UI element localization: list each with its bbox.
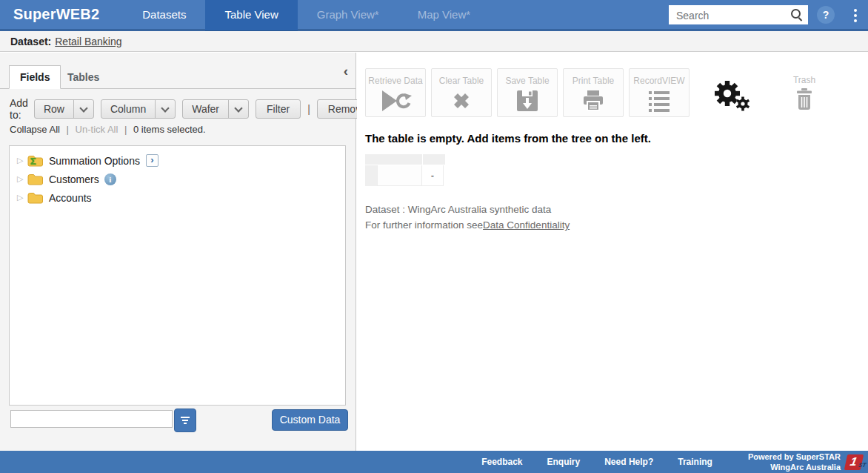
row-dropdown-label: Row: [35, 100, 73, 118]
filter-button[interactable]: Filter: [256, 99, 301, 119]
items-selected-text: 0 items selected.: [133, 124, 206, 135]
wafer-dropdown-label: Wafer: [183, 100, 228, 118]
dataset-link[interactable]: Retail Banking: [55, 36, 121, 47]
chevron-down-icon[interactable]: [73, 100, 93, 118]
tree-item-accounts[interactable]: ▷ Accounts: [10, 188, 345, 207]
further-info-line: For further information seeData Confiden…: [365, 217, 868, 233]
table-body-cell: [377, 165, 422, 186]
dataset-label: Dataset:: [10, 36, 51, 47]
play-refresh-icon: [379, 89, 412, 113]
link-separator: |: [67, 124, 69, 135]
search-input[interactable]: [675, 6, 789, 25]
field-tree-panel: Fields Tables ‹ Add to: Row Column Wafer…: [0, 53, 356, 451]
collapse-panel-icon[interactable]: ‹: [344, 64, 348, 78]
top-navbar: SuperWEB2 Datasets Table View Graph View…: [0, 0, 868, 31]
further-info-text: For further information see: [365, 219, 483, 231]
table-header-cell: [365, 154, 422, 165]
sigma-icon: Σ: [30, 156, 36, 167]
footer-link-enquiry[interactable]: Enquiry: [547, 457, 581, 467]
footer-bar: Feedback Enquiry Need Help? Training Pow…: [0, 451, 868, 473]
toolbar-separator: |: [307, 103, 310, 115]
tree-expander-icon[interactable]: ▷: [17, 156, 27, 165]
table-header-cell: [423, 154, 445, 165]
table-row-stub: [365, 165, 377, 186]
help-icon[interactable]: ?: [817, 6, 835, 24]
recordview-button[interactable]: RecordVIEW: [629, 68, 690, 117]
tree-filter-icon-button[interactable]: [174, 408, 196, 432]
tree-links-row: Collapse All | Un-tick All | 0 items sel…: [10, 124, 206, 135]
nav-item-table-view[interactable]: Table View: [205, 0, 297, 33]
folder-icon: [27, 173, 43, 185]
nav-item-map-view: Map View*: [398, 0, 490, 30]
search-icon[interactable]: [791, 9, 803, 21]
table-toolbar: Retrieve Data Clear Table Save Table: [365, 68, 868, 117]
empty-table-skeleton: -: [365, 154, 447, 186]
app-logo: SuperWEB2: [13, 6, 99, 23]
field-tree: ▷ Σ Summation Options › ▷ Customers i ▷ …: [9, 145, 346, 406]
add-to-toolbar: Add to: Row Column Wafer Filter | Remove: [10, 97, 384, 121]
empty-table-message: The table is empty. Add items from the t…: [365, 132, 868, 145]
tree-item-customers[interactable]: ▷ Customers i: [10, 170, 345, 188]
tree-item-label[interactable]: Summation Options: [49, 155, 140, 167]
tab-fields[interactable]: Fields: [9, 65, 61, 89]
footer-links: Feedback Enquiry Need Help? Training: [481, 457, 712, 467]
trash-icon: [795, 88, 814, 110]
footer-link-feedback[interactable]: Feedback: [481, 457, 522, 467]
save-icon: [516, 89, 538, 113]
save-table-button[interactable]: Save Table: [497, 68, 558, 117]
printer-icon: [581, 89, 605, 113]
left-tabstrip: Fields Tables: [0, 64, 355, 89]
tree-filter-input[interactable]: [10, 410, 173, 428]
add-to-label: Add to:: [10, 97, 28, 121]
tree-item-summation-options[interactable]: ▷ Σ Summation Options ›: [10, 151, 345, 170]
table-options-button[interactable]: [714, 80, 751, 111]
clear-x-icon: [450, 89, 473, 113]
info-icon[interactable]: i: [104, 173, 116, 185]
clear-table-button[interactable]: Clear Table: [431, 68, 492, 117]
print-table-button[interactable]: Print Table: [563, 68, 624, 117]
table-view-panel: Retrieve Data Clear Table Save Table: [357, 53, 868, 451]
summation-folder-icon: Σ: [27, 155, 43, 167]
expand-values-icon[interactable]: ›: [146, 154, 158, 167]
tree-expander-icon[interactable]: ▷: [17, 193, 27, 202]
dataset-bar: Dataset:Retail Banking: [0, 31, 868, 52]
collapse-all-link[interactable]: Collapse All: [10, 124, 60, 135]
nav-item-datasets[interactable]: Datasets: [123, 0, 205, 30]
record-list-icon: [647, 89, 671, 113]
tree-expander-icon[interactable]: ▷: [17, 174, 27, 184]
link-separator: |: [124, 124, 127, 135]
tab-tables[interactable]: Tables: [56, 65, 110, 89]
filter-icon: [181, 417, 190, 418]
chevron-down-icon[interactable]: [228, 100, 248, 118]
table-value-cell: -: [422, 165, 444, 186]
add-to-row-dropdown[interactable]: Row: [34, 99, 94, 119]
navbar-search: [669, 5, 808, 24]
dataset-info-block: Dataset : WingArc Australia synthetic da…: [365, 202, 868, 233]
column-dropdown-label: Column: [101, 100, 155, 118]
gears-icon: [714, 80, 751, 111]
tree-search-row: Custom Data: [0, 408, 355, 434]
data-confidentiality-link[interactable]: Data Confidentiality: [483, 219, 570, 231]
main-nav: Datasets Table View Graph View* Map View…: [123, 0, 490, 30]
powered-by-text: Powered by SuperSTAR WingArc Australia: [748, 452, 841, 473]
superstar-1st-logo-icon: 1ST: [844, 454, 864, 470]
footer-link-need-help[interactable]: Need Help?: [604, 457, 653, 467]
chevron-down-icon[interactable]: [155, 100, 175, 118]
retrieve-data-button[interactable]: Retrieve Data: [365, 68, 426, 117]
dataset-info-text: Dataset : WingArc Australia synthetic da…: [365, 202, 868, 217]
tree-item-label[interactable]: Accounts: [49, 192, 92, 204]
add-to-column-dropdown[interactable]: Column: [101, 99, 176, 119]
add-to-wafer-dropdown[interactable]: Wafer: [182, 99, 249, 119]
nav-item-graph-view: Graph View*: [298, 0, 398, 30]
folder-icon: [27, 192, 43, 204]
custom-data-button[interactable]: Custom Data: [272, 409, 348, 431]
untick-all-link: Un-tick All: [76, 124, 118, 135]
overflow-menu-icon[interactable]: [854, 9, 857, 22]
footer-link-training[interactable]: Training: [678, 457, 712, 467]
tree-item-label[interactable]: Customers: [49, 173, 99, 185]
trash-dropzone[interactable]: Trash: [781, 68, 828, 113]
